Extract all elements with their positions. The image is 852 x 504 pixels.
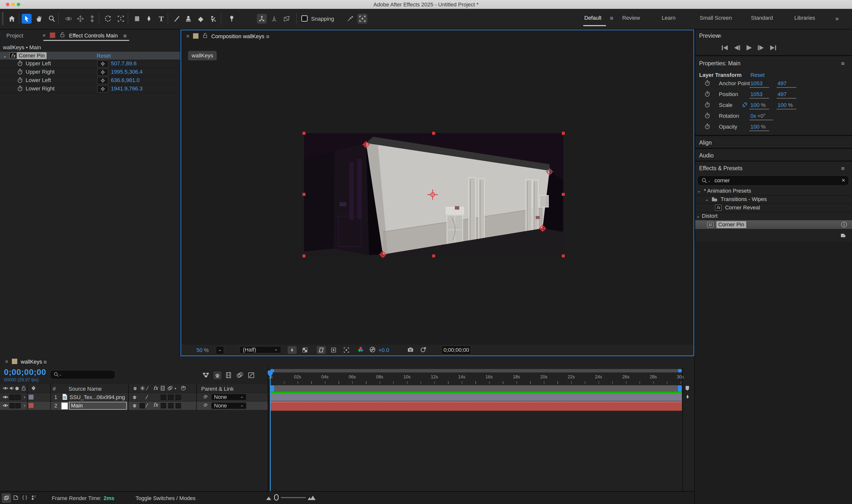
tree-item-corner-reveal[interactable]: fx Corner Reveal bbox=[695, 203, 852, 212]
composition-menu-icon[interactable]: ≡ bbox=[266, 34, 269, 40]
magnification-dropdown[interactable]: ⌄ bbox=[216, 346, 224, 355]
home-tool-button[interactable] bbox=[7, 14, 17, 24]
camera-tool-button[interactable] bbox=[116, 14, 126, 24]
bbox-handle-bottom-left[interactable] bbox=[302, 254, 306, 257]
grid-guides-icon[interactable] bbox=[342, 346, 351, 354]
bbox-handle-top-left[interactable] bbox=[302, 132, 306, 135]
roto-brush-tool-button[interactable] bbox=[208, 14, 218, 24]
param-value[interactable]: 1941.9,766.3 bbox=[111, 86, 142, 92]
view-axis-mode-button[interactable] bbox=[281, 14, 291, 24]
corner-pin-handle-upper-left[interactable] bbox=[363, 142, 369, 147]
fast-previews-icon[interactable] bbox=[288, 346, 297, 354]
layer-fx-toggle[interactable]: fx bbox=[152, 402, 159, 408]
workspace-tab-learn[interactable]: Learn bbox=[662, 15, 676, 21]
hide-shy-layers-icon[interactable] bbox=[213, 372, 221, 379]
solo-toggle-cell[interactable] bbox=[15, 403, 21, 409]
solo-toggle-cell[interactable] bbox=[15, 395, 21, 400]
search-clear-icon[interactable]: × bbox=[842, 177, 845, 184]
align-panel-title[interactable]: Align bbox=[699, 140, 712, 146]
resolution-dropdown[interactable]: (Half) ⌄ bbox=[239, 346, 281, 354]
zoom-out-mountain-icon[interactable] bbox=[266, 496, 271, 500]
switch-cell[interactable] bbox=[140, 403, 145, 409]
stopwatch-icon[interactable] bbox=[17, 69, 23, 75]
rotation-tool-button[interactable] bbox=[103, 14, 113, 24]
current-time-display[interactable]: 0;00;00;00 bbox=[4, 367, 46, 377]
tree-expand-chevron-icon[interactable]: ⌄ bbox=[705, 197, 709, 202]
pan-camera-tool-button[interactable] bbox=[75, 14, 85, 24]
position-y-value[interactable]: 497 bbox=[778, 91, 787, 97]
effect-reset-link[interactable]: Reset bbox=[97, 53, 111, 59]
orbit-camera-tool-button[interactable] bbox=[64, 14, 73, 24]
param-target-button[interactable] bbox=[97, 60, 108, 68]
bbox-handle-top-right[interactable] bbox=[562, 132, 565, 135]
layer-blend-toggle[interactable]: / bbox=[145, 402, 149, 409]
switch-cell[interactable] bbox=[168, 403, 174, 409]
transfer-controls-pane-icon[interactable] bbox=[12, 494, 20, 502]
scale-y-value[interactable]: 100 bbox=[778, 102, 787, 108]
tree-expand-chevron-icon[interactable]: ⌄ bbox=[696, 213, 700, 219]
hand-tool-button[interactable] bbox=[34, 14, 44, 24]
timeline-search-field[interactable]: ⌄ bbox=[50, 370, 115, 379]
workspace-tab-libraries[interactable]: Libraries bbox=[794, 15, 815, 21]
channel-rgb-icon[interactable] bbox=[357, 346, 364, 353]
corner-pin-handle-lower-right[interactable] bbox=[540, 226, 545, 231]
effect-controls-menu-icon[interactable]: ≡ bbox=[123, 33, 127, 39]
clone-stamp-tool-button[interactable] bbox=[184, 14, 193, 24]
timeline-zoom-knob[interactable] bbox=[274, 494, 279, 501]
brush-tool-button[interactable] bbox=[172, 14, 181, 24]
selection-tool-button[interactable] bbox=[22, 14, 32, 24]
switch-cell[interactable] bbox=[161, 395, 166, 400]
snapshot-camera-icon[interactable] bbox=[407, 346, 414, 353]
switch-cell[interactable] bbox=[175, 403, 181, 409]
layer-quality-pen-icon[interactable] bbox=[685, 394, 690, 399]
info-icon[interactable]: ⓘ bbox=[841, 221, 847, 229]
show-snapshot-icon[interactable] bbox=[420, 346, 427, 353]
work-area-bar[interactable] bbox=[270, 385, 682, 392]
tab-timeline[interactable]: wallKeys bbox=[21, 359, 42, 365]
bbox-handle-mid-right[interactable] bbox=[562, 193, 565, 196]
stopwatch-icon[interactable] bbox=[704, 123, 711, 130]
motion-blur-icon[interactable] bbox=[236, 372, 244, 379]
workspace-tab-review[interactable]: Review bbox=[622, 15, 640, 21]
corner-pin-effect-row[interactable]: ⌄ fx Corner Pin Reset bbox=[0, 52, 180, 60]
layer-label-color[interactable] bbox=[29, 395, 34, 399]
dolly-camera-tool-button[interactable] bbox=[87, 14, 97, 24]
rotation-value[interactable]: 0x bbox=[750, 113, 756, 119]
exposure-shutter-icon[interactable] bbox=[369, 346, 376, 353]
project-tab-close-icon[interactable]: × bbox=[42, 32, 46, 39]
parent-pickwhip-icon[interactable] bbox=[202, 394, 208, 400]
search-input-value[interactable]: corner bbox=[714, 177, 730, 184]
parent-dropdown[interactable]: None ⌄ bbox=[211, 394, 246, 400]
param-target-button[interactable] bbox=[97, 69, 108, 76]
pen-tool-button[interactable] bbox=[144, 14, 154, 24]
audio-toggle-cell[interactable] bbox=[10, 403, 15, 409]
tab-composition[interactable]: Composition wallKeys bbox=[211, 33, 264, 40]
properties-panel-title[interactable]: Properties: Main bbox=[699, 60, 740, 67]
toolbar-grip[interactable] bbox=[2, 13, 3, 25]
comp-marker-bin-icon[interactable] bbox=[684, 385, 690, 392]
tree-item-corner-pin[interactable]: 32 Corner Pin ⓘ bbox=[695, 220, 852, 230]
workspace-menu-icon[interactable]: ≡ bbox=[610, 15, 613, 21]
workspace-overflow-icon[interactable]: » bbox=[835, 15, 839, 22]
layer-shy-toggle[interactable] bbox=[132, 394, 138, 400]
layer-expand-chevron-icon[interactable]: › bbox=[24, 394, 25, 400]
layer-shy-toggle[interactable] bbox=[132, 402, 138, 409]
layer-blend-toggle[interactable]: / bbox=[145, 394, 149, 400]
parent-dropdown[interactable]: None ⌄ bbox=[211, 402, 246, 409]
switch-cell[interactable] bbox=[175, 395, 181, 400]
scale-link-icon[interactable] bbox=[742, 102, 748, 108]
composition-viewport[interactable] bbox=[304, 133, 563, 256]
tree-item-animation-presets[interactable]: ⌄ * Animation Presets bbox=[695, 187, 852, 196]
composition-nav-button[interactable]: wallKeys bbox=[188, 51, 217, 60]
preview-menu-icon[interactable]: ≡ bbox=[718, 33, 721, 39]
bbox-handle-mid-left[interactable] bbox=[302, 193, 306, 196]
stopwatch-icon[interactable] bbox=[17, 77, 23, 83]
anchor-y-value[interactable]: 497 bbox=[778, 80, 787, 87]
render-time-pane-icon[interactable] bbox=[30, 494, 37, 502]
stopwatch-icon[interactable] bbox=[704, 91, 711, 97]
parent-pickwhip-icon[interactable] bbox=[202, 402, 208, 409]
transparency-grid-icon[interactable] bbox=[300, 346, 309, 354]
frame-blending-icon[interactable] bbox=[225, 372, 232, 379]
param-target-button[interactable] bbox=[97, 77, 108, 84]
audio-panel-title[interactable]: Audio bbox=[699, 152, 714, 159]
